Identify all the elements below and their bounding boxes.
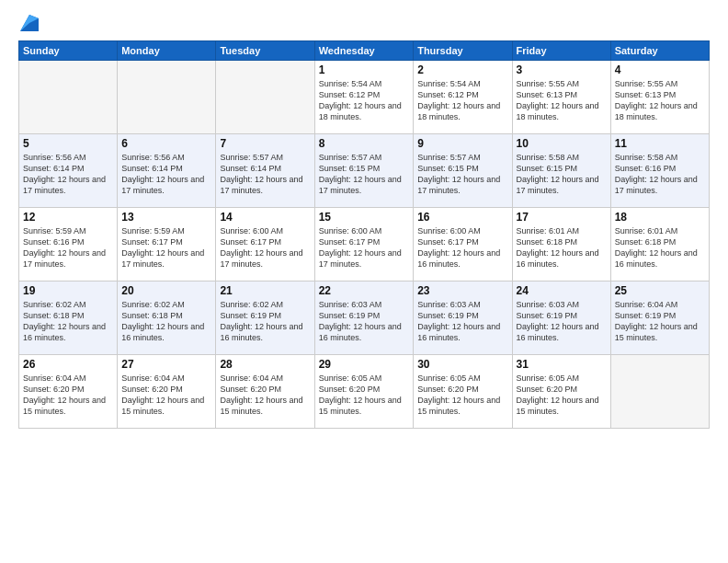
day-info: Sunrise: 5:58 AM Sunset: 6:15 PM Dayligh… [517,152,607,197]
day-info: Sunrise: 6:04 AM Sunset: 6:20 PM Dayligh… [121,373,211,418]
day-number: 31 [517,358,607,371]
calendar-cell [216,61,314,134]
weekday-header: Sunday [19,41,118,61]
day-info: Sunrise: 6:01 AM Sunset: 6:18 PM Dayligh… [615,225,705,270]
calendar-cell: 8Sunrise: 5:57 AM Sunset: 6:15 PM Daylig… [314,134,413,208]
day-number: 28 [220,358,310,371]
day-number: 3 [517,63,607,76]
calendar-cell: 18Sunrise: 6:01 AM Sunset: 6:18 PM Dayli… [610,208,709,282]
calendar-cell: 3Sunrise: 5:55 AM Sunset: 6:13 PM Daylig… [512,61,610,134]
weekday-header: Tuesday [216,41,314,61]
day-info: Sunrise: 6:02 AM Sunset: 6:18 PM Dayligh… [23,299,113,344]
logo [18,15,39,31]
calendar-cell: 12Sunrise: 5:59 AM Sunset: 6:16 PM Dayli… [19,208,118,282]
calendar-week-row: 1Sunrise: 5:54 AM Sunset: 6:12 PM Daylig… [19,61,710,134]
day-number: 10 [517,137,607,150]
calendar-cell: 26Sunrise: 6:04 AM Sunset: 6:20 PM Dayli… [19,355,118,429]
calendar-cell: 7Sunrise: 5:57 AM Sunset: 6:14 PM Daylig… [216,134,314,208]
day-info: Sunrise: 6:00 AM Sunset: 6:17 PM Dayligh… [220,225,310,270]
day-info: Sunrise: 6:05 AM Sunset: 6:20 PM Dayligh… [319,373,409,418]
day-info: Sunrise: 6:00 AM Sunset: 6:17 PM Dayligh… [417,225,507,270]
calendar-cell: 19Sunrise: 6:02 AM Sunset: 6:18 PM Dayli… [19,282,118,355]
weekday-header: Monday [118,41,216,61]
calendar-cell: 29Sunrise: 6:05 AM Sunset: 6:20 PM Dayli… [314,355,413,429]
day-number: 2 [417,63,507,76]
calendar-cell: 22Sunrise: 6:03 AM Sunset: 6:19 PM Dayli… [314,282,413,355]
logo-icon [20,15,39,31]
calendar-cell: 1Sunrise: 5:54 AM Sunset: 6:12 PM Daylig… [314,61,413,134]
day-number: 11 [615,137,705,150]
day-number: 19 [23,284,113,297]
calendar-cell: 24Sunrise: 6:03 AM Sunset: 6:19 PM Dayli… [512,282,610,355]
calendar-cell [19,61,118,134]
day-info: Sunrise: 5:55 AM Sunset: 6:13 PM Dayligh… [615,78,705,123]
weekday-header: Saturday [610,41,709,61]
calendar-cell: 30Sunrise: 6:05 AM Sunset: 6:20 PM Dayli… [414,355,512,429]
day-number: 24 [517,284,607,297]
day-number: 23 [417,284,507,297]
day-info: Sunrise: 6:05 AM Sunset: 6:20 PM Dayligh… [517,373,607,418]
calendar-cell: 15Sunrise: 6:00 AM Sunset: 6:17 PM Dayli… [314,208,413,282]
calendar-cell: 27Sunrise: 6:04 AM Sunset: 6:20 PM Dayli… [118,355,216,429]
day-info: Sunrise: 5:54 AM Sunset: 6:12 PM Dayligh… [417,78,507,123]
day-number: 20 [121,284,211,297]
calendar-cell: 16Sunrise: 6:00 AM Sunset: 6:17 PM Dayli… [414,208,512,282]
day-number: 1 [319,63,409,76]
weekday-header: Thursday [414,41,512,61]
day-number: 29 [319,358,409,371]
calendar-cell: 4Sunrise: 5:55 AM Sunset: 6:13 PM Daylig… [610,61,709,134]
calendar-cell: 17Sunrise: 6:01 AM Sunset: 6:18 PM Dayli… [512,208,610,282]
calendar-cell: 6Sunrise: 5:56 AM Sunset: 6:14 PM Daylig… [118,134,216,208]
day-number: 7 [220,137,310,150]
page: SundayMondayTuesdayWednesdayThursdayFrid… [0,0,728,563]
day-number: 25 [615,284,705,297]
day-number: 13 [121,211,211,224]
day-number: 17 [517,211,607,224]
day-info: Sunrise: 5:55 AM Sunset: 6:13 PM Dayligh… [517,78,607,123]
day-number: 6 [121,137,211,150]
day-info: Sunrise: 6:04 AM Sunset: 6:20 PM Dayligh… [220,373,310,418]
day-info: Sunrise: 5:56 AM Sunset: 6:14 PM Dayligh… [121,152,211,197]
day-number: 18 [615,211,705,224]
calendar-week-row: 5Sunrise: 5:56 AM Sunset: 6:14 PM Daylig… [19,134,710,208]
day-info: Sunrise: 6:00 AM Sunset: 6:17 PM Dayligh… [319,225,409,270]
weekday-header: Wednesday [314,41,413,61]
day-info: Sunrise: 5:57 AM Sunset: 6:14 PM Dayligh… [220,152,310,197]
day-info: Sunrise: 6:04 AM Sunset: 6:19 PM Dayligh… [615,299,705,344]
calendar-cell: 25Sunrise: 6:04 AM Sunset: 6:19 PM Dayli… [610,282,709,355]
calendar-week-row: 26Sunrise: 6:04 AM Sunset: 6:20 PM Dayli… [19,355,710,429]
day-info: Sunrise: 6:02 AM Sunset: 6:19 PM Dayligh… [220,299,310,344]
day-number: 12 [23,211,113,224]
calendar-table: SundayMondayTuesdayWednesdayThursdayFrid… [18,40,710,429]
calendar-cell: 10Sunrise: 5:58 AM Sunset: 6:15 PM Dayli… [512,134,610,208]
calendar-cell: 31Sunrise: 6:05 AM Sunset: 6:20 PM Dayli… [512,355,610,429]
weekday-header-row: SundayMondayTuesdayWednesdayThursdayFrid… [19,41,710,61]
calendar-cell: 20Sunrise: 6:02 AM Sunset: 6:18 PM Dayli… [118,282,216,355]
day-info: Sunrise: 6:03 AM Sunset: 6:19 PM Dayligh… [417,299,507,344]
day-info: Sunrise: 6:03 AM Sunset: 6:19 PM Dayligh… [319,299,409,344]
day-info: Sunrise: 6:03 AM Sunset: 6:19 PM Dayligh… [517,299,607,344]
day-number: 5 [23,137,113,150]
calendar-cell [610,355,709,429]
calendar-cell: 2Sunrise: 5:54 AM Sunset: 6:12 PM Daylig… [414,61,512,134]
day-number: 27 [121,358,211,371]
calendar-cell: 5Sunrise: 5:56 AM Sunset: 6:14 PM Daylig… [19,134,118,208]
day-number: 16 [417,211,507,224]
day-info: Sunrise: 5:57 AM Sunset: 6:15 PM Dayligh… [417,152,507,197]
day-number: 22 [319,284,409,297]
day-info: Sunrise: 5:58 AM Sunset: 6:16 PM Dayligh… [615,152,705,197]
day-number: 4 [615,63,705,76]
day-info: Sunrise: 6:02 AM Sunset: 6:18 PM Dayligh… [121,299,211,344]
day-info: Sunrise: 5:59 AM Sunset: 6:17 PM Dayligh… [121,225,211,270]
day-number: 26 [23,358,113,371]
day-number: 14 [220,211,310,224]
day-number: 21 [220,284,310,297]
calendar-cell: 28Sunrise: 6:04 AM Sunset: 6:20 PM Dayli… [216,355,314,429]
day-number: 8 [319,137,409,150]
calendar-cell: 9Sunrise: 5:57 AM Sunset: 6:15 PM Daylig… [414,134,512,208]
day-info: Sunrise: 5:56 AM Sunset: 6:14 PM Dayligh… [23,152,113,197]
calendar-week-row: 12Sunrise: 5:59 AM Sunset: 6:16 PM Dayli… [19,208,710,282]
calendar-cell: 21Sunrise: 6:02 AM Sunset: 6:19 PM Dayli… [216,282,314,355]
day-number: 30 [417,358,507,371]
day-info: Sunrise: 5:59 AM Sunset: 6:16 PM Dayligh… [23,225,113,270]
